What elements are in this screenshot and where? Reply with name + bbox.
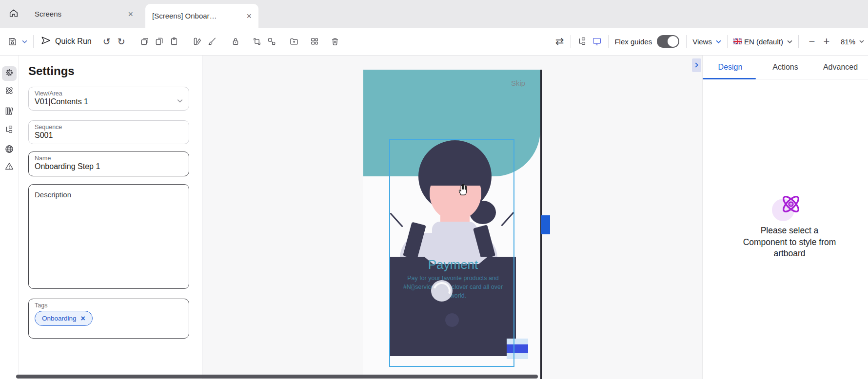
name-value[interactable]	[35, 162, 171, 171]
monitor-icon	[592, 36, 602, 47]
sync-icon: ⇄	[555, 36, 564, 47]
horizontal-scrollbar[interactable]	[16, 375, 538, 379]
add-folder-button[interactable]	[287, 34, 301, 49]
delete-button[interactable]	[328, 34, 342, 49]
theme-swatch-icon	[193, 37, 202, 46]
books-icon	[4, 106, 14, 118]
sidebar-item-warnings[interactable]	[2, 160, 17, 174]
zoom-out-button[interactable]: −	[805, 35, 819, 48]
folder-plus-icon	[289, 37, 299, 46]
divider	[727, 35, 728, 48]
ungroup-button[interactable]	[264, 34, 279, 49]
view-area-value[interactable]	[35, 97, 171, 106]
redo-icon: ↻	[118, 37, 125, 47]
canvas[interactable]: Skip Payment Pay for your favorite produ…	[202, 56, 702, 379]
window-tab-bar: Screens × [Screens] Onboar… ×	[0, 0, 868, 28]
save-options-button[interactable]	[20, 34, 29, 49]
tab-advanced[interactable]: Advanced	[813, 56, 868, 79]
zoom-in-button[interactable]: +	[819, 35, 834, 48]
copy-icon	[155, 37, 164, 46]
toggle-knob	[668, 36, 678, 47]
description-value[interactable]	[35, 199, 181, 281]
sidebar-item-hierarchy[interactable]	[2, 123, 17, 138]
lock-icon	[231, 37, 240, 46]
description-field[interactable]: Description	[28, 184, 189, 289]
home-button[interactable]	[4, 6, 23, 22]
quick-run-button[interactable]: Quick Run	[40, 35, 92, 48]
sync-button[interactable]: ⇄	[552, 36, 567, 47]
chevron-down-icon	[716, 40, 721, 43]
language-dropdown[interactable]: EN (default)	[744, 38, 783, 46]
group-button[interactable]	[250, 34, 264, 49]
tab-design[interactable]: Design	[703, 56, 758, 79]
undo-button[interactable]: ↺	[99, 36, 114, 47]
divider	[686, 35, 687, 48]
field-label: Tags	[35, 302, 183, 309]
flex-guides-toggle[interactable]	[657, 35, 679, 48]
left-icon-rail	[0, 56, 19, 379]
undo-icon: ↺	[103, 37, 111, 47]
settings-panel: Settings View/Area Sequence Name Descrip…	[19, 56, 202, 379]
quick-run-label: Quick Run	[55, 37, 92, 46]
redo-button[interactable]: ↻	[114, 36, 129, 47]
divider	[798, 35, 799, 48]
tag-chip-onboarding[interactable]: Onboarding ×	[35, 311, 93, 326]
atom-icon	[779, 192, 803, 218]
sidebar-item-localization[interactable]	[2, 143, 17, 157]
views-dropdown[interactable]: Views	[692, 38, 712, 46]
empty-state-line: Component to style from	[716, 237, 863, 248]
skip-link: Skip	[511, 79, 525, 87]
globe-icon	[4, 144, 14, 156]
duplicate-icon	[140, 37, 150, 46]
empty-state-message: Please select a Component to style from …	[716, 225, 863, 260]
chevron-down-icon	[177, 96, 183, 105]
quick-run-icon	[40, 35, 51, 48]
tag-label: Onboarding	[42, 315, 77, 322]
brush-button[interactable]	[205, 34, 219, 49]
name-field[interactable]: Name	[28, 152, 189, 176]
chevron-down-icon	[787, 40, 792, 43]
flex-guides-label: Flex guides	[614, 38, 652, 46]
sequence-value[interactable]	[35, 131, 171, 140]
inspector-collapse-button[interactable]	[692, 58, 701, 72]
components-button[interactable]	[307, 34, 322, 49]
tab-screens[interactable]: Screens ×	[28, 0, 140, 28]
components-grid-icon	[310, 37, 319, 46]
zoom-level-dropdown[interactable]: 81%	[841, 38, 855, 46]
tab-actions[interactable]: Actions	[758, 56, 813, 79]
home-icon	[8, 8, 19, 20]
tab-label: Screens	[35, 10, 119, 18]
remove-tag-icon[interactable]: ×	[81, 315, 85, 322]
warning-triangle-icon	[4, 161, 14, 173]
theme-button[interactable]	[190, 34, 205, 49]
divider	[608, 35, 609, 48]
sidebar-item-settings[interactable]	[2, 66, 17, 81]
paste-button[interactable]	[167, 34, 181, 49]
sidebar-item-library[interactable]	[2, 105, 17, 119]
close-icon[interactable]: ×	[246, 12, 252, 20]
field-label: Description	[35, 188, 183, 199]
copy-button[interactable]	[152, 34, 167, 49]
tab-screens-onboarding[interactable]: [Screens] Onboar… ×	[145, 4, 258, 28]
sidebar-item-components[interactable]	[2, 84, 17, 99]
save-button[interactable]	[5, 34, 20, 49]
inspector-panel: Design Actions Advanced Please select a …	[702, 56, 868, 379]
paste-icon	[169, 37, 179, 46]
lock-button[interactable]	[228, 34, 243, 49]
inspector-tabs: Design Actions Advanced	[703, 56, 868, 79]
minus-icon: −	[809, 35, 815, 47]
tree-view-icon	[4, 125, 14, 136]
tree-view-button[interactable]	[575, 34, 590, 49]
artboard-resize-handle[interactable]	[541, 215, 550, 234]
selection-outline[interactable]	[389, 139, 514, 367]
duplicate-button[interactable]	[138, 34, 152, 49]
sequence-field[interactable]: Sequence	[28, 120, 189, 144]
device-preview-button[interactable]	[590, 34, 604, 49]
atom-icon	[4, 86, 14, 97]
trash-icon	[330, 37, 340, 46]
close-icon[interactable]: ×	[128, 10, 133, 19]
view-area-select[interactable]: View/Area	[28, 87, 189, 111]
field-label: Sequence	[35, 124, 183, 131]
uk-flag-icon	[733, 38, 742, 44]
tags-field[interactable]: Tags Onboarding ×	[28, 299, 189, 339]
